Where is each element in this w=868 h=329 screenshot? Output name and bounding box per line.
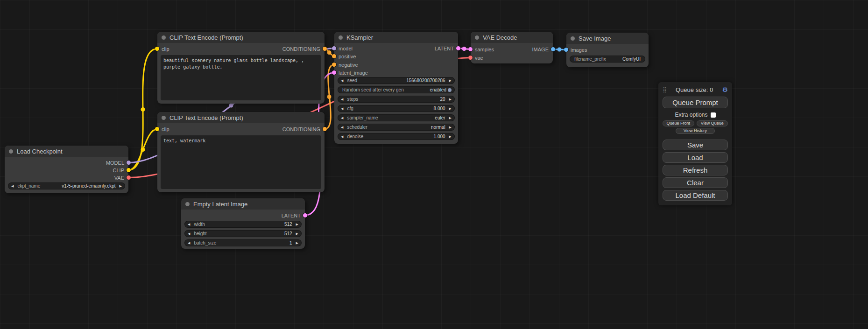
arrow-left-icon[interactable]: ◀ xyxy=(341,98,343,101)
settings-gear-icon[interactable]: ⚙ xyxy=(722,86,728,93)
input-slot-samples[interactable]: samples xyxy=(468,46,494,52)
port-dot-vae[interactable] xyxy=(127,175,131,180)
queue-front-button[interactable]: Queue Front xyxy=(663,120,694,126)
input-slot-model[interactable]: model xyxy=(332,45,353,51)
port-dot-conditioning[interactable] xyxy=(332,54,336,58)
port-dot-conditioning[interactable] xyxy=(323,127,327,131)
input-slot-latent-image[interactable]: latent_image xyxy=(332,70,368,76)
load-button[interactable]: Load xyxy=(663,152,728,163)
arrow-right-icon[interactable]: ▶ xyxy=(296,223,298,226)
node-title-bar[interactable]: Save Image xyxy=(566,33,649,44)
arrow-right-icon[interactable]: ▶ xyxy=(449,98,452,101)
output-slot-vae[interactable]: VAE xyxy=(114,175,131,181)
collapse-dot-icon[interactable] xyxy=(162,35,166,40)
arrow-right-icon[interactable]: ▶ xyxy=(449,135,452,138)
arrow-right-icon[interactable]: ▶ xyxy=(296,232,298,235)
widget-random-seed-toggle[interactable]: Random seed after every gen enabled xyxy=(338,86,455,93)
widget-ckpt-name[interactable]: ◀ ckpt_name v1-5-pruned-emaonly.ckpt ▶ xyxy=(8,182,125,189)
widget-sampler-name[interactable]: ◀ sampler_name euler ▶ xyxy=(338,114,455,121)
output-slot-conditioning[interactable]: CONDITIONING xyxy=(282,46,327,52)
node-title-bar[interactable]: KSampler xyxy=(334,32,458,43)
widget-filename-prefix[interactable]: filename_prefix ComfyUI xyxy=(570,56,645,63)
output-slot-latent[interactable]: LATENT xyxy=(435,45,460,51)
collapse-dot-icon[interactable] xyxy=(571,36,575,41)
arrow-right-icon[interactable]: ▶ xyxy=(449,107,452,110)
load-default-button[interactable]: Load Default xyxy=(663,190,728,201)
port-dot-model[interactable] xyxy=(332,46,336,50)
input-slot-clip[interactable]: clip xyxy=(155,126,169,132)
port-dot-image[interactable] xyxy=(564,48,568,52)
arrow-right-icon[interactable]: ▶ xyxy=(449,116,452,119)
arrow-left-icon[interactable]: ◀ xyxy=(188,241,190,245)
collapse-dot-icon[interactable] xyxy=(339,35,343,40)
extra-options-checkbox[interactable] xyxy=(711,112,716,118)
collapse-dot-icon[interactable] xyxy=(9,149,13,154)
arrow-left-icon[interactable]: ◀ xyxy=(341,79,343,82)
port-dot-clip[interactable] xyxy=(127,168,131,172)
widget-scheduler[interactable]: ◀ scheduler normal ▶ xyxy=(338,124,455,131)
widget-steps[interactable]: ◀ steps 20 ▶ xyxy=(338,96,455,103)
input-slot-vae[interactable]: vae xyxy=(468,55,483,61)
collapse-dot-icon[interactable] xyxy=(185,202,190,206)
port-dot-latent[interactable] xyxy=(456,46,460,50)
port-dot-clip[interactable] xyxy=(155,127,159,131)
widget-cfg[interactable]: ◀ cfg 8.000 ▶ xyxy=(338,105,455,112)
port-dot-image[interactable] xyxy=(551,47,555,51)
node-title-bar[interactable]: Load Checkpoint xyxy=(5,146,128,157)
arrow-right-icon[interactable]: ▶ xyxy=(449,126,452,129)
arrow-left-icon[interactable]: ◀ xyxy=(341,126,343,129)
node-title-bar[interactable]: Empty Latent Image xyxy=(181,198,305,210)
port-dot-latent[interactable] xyxy=(332,70,336,75)
node-save-image[interactable]: Save Image images filename_prefix ComfyU… xyxy=(566,33,649,67)
toggle-dot-icon[interactable] xyxy=(448,88,452,92)
port-dot-model[interactable] xyxy=(127,161,131,165)
node-ksampler[interactable]: KSampler model positive negative latent_… xyxy=(334,32,458,144)
output-slot-latent[interactable]: LATENT xyxy=(282,212,307,218)
queue-menu-panel[interactable]: ⣿ Queue size: 0 ⚙ Queue Prompt Extra opt… xyxy=(658,82,732,205)
widget-batch-size[interactable]: ◀ batch_size 1 ▶ xyxy=(184,239,302,246)
view-queue-button[interactable]: View Queue xyxy=(697,120,728,126)
input-slot-clip[interactable]: clip xyxy=(155,46,169,52)
port-dot-conditioning[interactable] xyxy=(332,63,336,67)
port-dot-clip[interactable] xyxy=(155,47,159,51)
node-graph-canvas[interactable]: Load Checkpoint MODEL CLIP VAE ◀ ckpt_na… xyxy=(0,0,868,329)
prompt-textarea[interactable]: text, watermark xyxy=(161,135,321,189)
arrow-left-icon[interactable]: ◀ xyxy=(11,184,14,188)
drag-handle-icon[interactable]: ⣿ xyxy=(663,86,667,93)
arrow-left-icon[interactable]: ◀ xyxy=(341,116,343,119)
input-slot-negative[interactable]: negative xyxy=(332,62,358,68)
output-slot-model[interactable]: MODEL xyxy=(106,160,131,166)
node-empty-latent-image[interactable]: Empty Latent Image LATENT ◀ width 512 ▶ … xyxy=(181,198,305,249)
node-title-bar[interactable]: CLIP Text Encode (Prompt) xyxy=(157,32,325,43)
output-slot-image[interactable]: IMAGE xyxy=(532,46,555,52)
widget-height[interactable]: ◀ height 512 ▶ xyxy=(184,230,302,237)
node-title-bar[interactable]: VAE Decode xyxy=(471,32,553,43)
widget-width[interactable]: ◀ width 512 ▶ xyxy=(184,221,302,228)
collapse-dot-icon[interactable] xyxy=(475,35,479,40)
prompt-textarea[interactable]: beautiful scenery nature glass bottle la… xyxy=(161,55,321,100)
input-slot-images[interactable]: images xyxy=(564,47,587,53)
output-slot-clip[interactable]: CLIP xyxy=(113,167,131,173)
save-button[interactable]: Save xyxy=(663,140,728,150)
node-load-checkpoint[interactable]: Load Checkpoint MODEL CLIP VAE ◀ ckpt_na… xyxy=(5,146,128,193)
port-dot-vae[interactable] xyxy=(468,56,473,60)
arrow-left-icon[interactable]: ◀ xyxy=(341,135,343,138)
node-clip-text-encode-negative[interactable]: CLIP Text Encode (Prompt) clip CONDITION… xyxy=(157,112,325,192)
input-slot-positive[interactable]: positive xyxy=(332,53,356,59)
arrow-right-icon[interactable]: ▶ xyxy=(449,79,452,82)
output-slot-conditioning[interactable]: CONDITIONING xyxy=(282,126,327,132)
widget-seed[interactable]: ◀ seed 156680208700286 ▶ xyxy=(338,77,455,84)
collapse-dot-icon[interactable] xyxy=(162,116,166,120)
port-dot-conditioning[interactable] xyxy=(323,47,327,51)
arrow-right-icon[interactable]: ▶ xyxy=(296,241,298,245)
view-history-button[interactable]: View History xyxy=(676,128,715,134)
queue-prompt-button[interactable]: Queue Prompt xyxy=(663,97,728,108)
refresh-button[interactable]: Refresh xyxy=(663,165,728,175)
node-vae-decode[interactable]: VAE Decode samples vae IMAGE xyxy=(471,32,553,63)
widget-denoise[interactable]: ◀ denoise 1.000 ▶ xyxy=(338,133,455,140)
arrow-left-icon[interactable]: ◀ xyxy=(188,232,190,235)
arrow-left-icon[interactable]: ◀ xyxy=(341,107,343,110)
node-title-bar[interactable]: CLIP Text Encode (Prompt) xyxy=(157,112,325,123)
port-dot-latent[interactable] xyxy=(303,213,307,217)
port-dot-latent[interactable] xyxy=(468,47,473,51)
